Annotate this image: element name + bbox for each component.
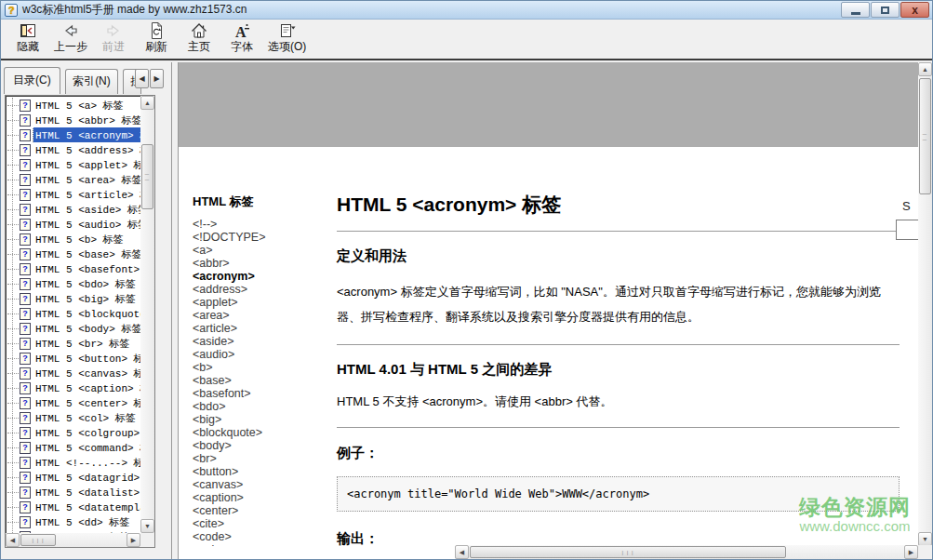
tree-horizontal-scrollbar[interactable]: ◀ | | | ▶ [6, 533, 140, 547]
content-hscroll-thumb[interactable]: | | | [470, 546, 786, 558]
clipped-search-input[interactable] [896, 220, 918, 240]
content-nav-link[interactable]: <a> [193, 244, 332, 257]
tab-scroll-right-button[interactable]: ▶ [150, 69, 164, 88]
content-nav-link[interactable]: <audio> [193, 348, 332, 361]
content-vscroll-thumb[interactable]: ── [919, 78, 931, 194]
toolbar-button-refresh[interactable]: 刷新 [135, 21, 178, 54]
content-nav-link[interactable]: <abbr> [193, 257, 332, 270]
content-horizontal-scrollbar[interactable]: ◀ | | | ▶ [455, 545, 918, 559]
tree-item[interactable]: ?HTML 5 <datatemplate> 标签 [6, 500, 140, 514]
tree-item[interactable]: ?HTML 5 <acronym> 标签 [6, 127, 140, 142]
tree-item[interactable]: ?HTML 5 <aside> 标签 [6, 202, 140, 217]
content-nav-link[interactable]: <address> [193, 283, 332, 296]
tree-item[interactable]: ?HTML 5 <dd> 标签 [6, 514, 140, 529]
content-nav-link[interactable]: <col> [193, 543, 332, 546]
close-button[interactable]: x [900, 2, 929, 18]
scroll-up-icon[interactable]: ▲ [918, 62, 932, 76]
content-nav-link[interactable]: <applet> [193, 296, 332, 309]
tree-connector [7, 165, 19, 166]
toolbar-button-font[interactable]: A字体 [220, 21, 263, 54]
content-nav-link[interactable]: <button> [193, 465, 332, 478]
toolbar-button-hide[interactable]: 隐藏 [7, 21, 49, 54]
tree-item[interactable]: ?HTML 5 <col> 标签 [6, 410, 140, 425]
content-nav-link[interactable]: <area> [193, 309, 332, 322]
pane-splitter[interactable] [167, 62, 178, 559]
tab-index[interactable]: 索引(N) [65, 69, 118, 94]
minimize-button[interactable] [841, 2, 870, 18]
tree-item[interactable]: ?HTML 5 <a> 标签 [6, 98, 140, 113]
tree-item[interactable]: ?HTML 5 <address> 标签 [6, 142, 140, 157]
tree-item[interactable]: ?HTML 5 <center> 标签 [6, 395, 140, 410]
content-nav-link[interactable]: <cite> [193, 517, 332, 530]
tab-scroll-left-button[interactable]: ◀ [135, 69, 149, 88]
tab-contents[interactable]: 目录(C) [4, 67, 60, 94]
content-nav-link[interactable]: <base> [193, 374, 332, 387]
scroll-up-icon[interactable]: ▲ [140, 96, 154, 110]
tree-vertical-scrollbar[interactable]: ▲ ── ▼ [140, 96, 154, 533]
content-nav-link[interactable]: <b> [193, 361, 332, 374]
tree-connector [7, 358, 19, 359]
tree-item[interactable]: ?HTML <!--...--> 标签 [6, 455, 140, 470]
maximize-button[interactable] [871, 2, 900, 18]
content-nav-link[interactable]: <!DOCTYPE> [193, 231, 332, 244]
content-nav-link[interactable]: <basefont> [193, 387, 332, 400]
scroll-down-icon[interactable]: ▼ [918, 532, 932, 546]
content-nav-link[interactable]: <caption> [193, 491, 332, 504]
tree-item[interactable]: ?HTML 5 <area> 标签 [6, 172, 140, 187]
tree-item[interactable]: ?HTML 5 <bdo> 标签 [6, 276, 140, 291]
help-page-icon: ? [20, 144, 31, 156]
content-nav-link[interactable]: <blockquote> [193, 426, 332, 439]
tree-item[interactable]: ?HTML 5 <abbr> 标签 [6, 113, 140, 127]
tree-item[interactable]: ?HTML 5 <command> 标签 [6, 440, 140, 455]
tree-item[interactable]: ?HTML 5 <b> 标签 [6, 232, 140, 247]
scroll-left-icon[interactable]: ◀ [6, 533, 20, 547]
contents-tree: ?HTML 5 <a> 标签?HTML 5 <abbr> 标签?HTML 5 <… [5, 95, 155, 548]
tree-item[interactable]: ?HTML 5 <canvas> 标签 [6, 366, 140, 380]
tree-item[interactable]: ?HTML 5 <datalist> 标签 [6, 485, 140, 500]
content-vertical-scrollbar[interactable]: ▲ ── ▼ [918, 62, 932, 546]
help-page-icon: ? [20, 129, 31, 141]
tree-item[interactable]: ?HTML 5 <blockquote> 标签 [6, 306, 140, 321]
tree-item[interactable]: ?HTML 5 <article> 标签 [6, 187, 140, 202]
tree-item[interactable]: ?HTML 5 <audio> 标签 [6, 217, 140, 232]
tree-item-label: HTML 5 <command> 标签 [33, 440, 140, 455]
content-nav-link[interactable]: <body> [193, 439, 332, 452]
tree-item[interactable]: ?HTML 5 <caption> 标签 [6, 380, 140, 395]
tree-item[interactable]: ?HTML 5 <base> 标签 [6, 247, 140, 261]
toolbar-button-back[interactable]: 上一步 [49, 21, 92, 54]
tree-connector [7, 180, 19, 180]
tree-item-label: HTML 5 <a> 标签 [33, 98, 126, 113]
content-nav-link[interactable]: <acronym> [193, 270, 332, 283]
definition-heading: 定义和用法 [337, 247, 900, 265]
tree-item[interactable]: ?HTML 5 <br> 标签 [6, 336, 140, 351]
tree-item[interactable]: ?HTML 5 <colgroup> 标签 [6, 425, 140, 440]
tree-item[interactable]: ?HTML 5 <datagrid> 标签 [6, 470, 140, 485]
tree-item[interactable]: ?HTML 5 <body> 标签 [6, 321, 140, 336]
content-nav-link[interactable]: <center> [193, 504, 332, 517]
content-nav-link[interactable]: <article> [193, 322, 332, 335]
content-nav-link[interactable]: <aside> [193, 335, 332, 348]
tree-item[interactable]: ?HTML 5 <button> 标签 [6, 351, 140, 366]
scroll-down-icon[interactable]: ▼ [140, 519, 154, 533]
content-nav-link[interactable]: <canvas> [193, 478, 332, 491]
scroll-right-icon[interactable]: ▶ [904, 545, 918, 559]
maximize-icon [881, 7, 889, 14]
titlebar[interactable]: ? w3c标准html5手册 made by www.zhz1573.cn x [1, 1, 932, 20]
toolbar-button-options[interactable]: 选项(O) [263, 21, 311, 54]
content-nav-link[interactable]: <big> [193, 413, 332, 426]
tree-connector [7, 150, 19, 151]
content-nav-link[interactable]: <br> [193, 452, 332, 465]
tree-item[interactable]: ?HTML 5 <basefont> 标签 [6, 261, 140, 276]
tree-hscroll-thumb[interactable]: | | | [20, 534, 56, 546]
tree-vscroll-thumb[interactable]: ── [141, 144, 153, 209]
tree-item-label: HTML 5 <abbr> 标签 [33, 113, 140, 127]
content-nav-link[interactable]: <!--> [193, 218, 332, 231]
content-nav-link[interactable]: <code> [193, 530, 332, 543]
toolbar-button-home[interactable]: 主页 [178, 21, 220, 54]
scroll-left-icon[interactable]: ◀ [455, 545, 469, 559]
tree-item[interactable]: ?HTML 5 <applet> 标签 [6, 157, 140, 172]
tree-connector [7, 418, 19, 419]
scroll-right-icon[interactable]: ▶ [127, 533, 140, 547]
tree-item[interactable]: ?HTML 5 <big> 标签 [6, 291, 140, 306]
content-nav-link[interactable]: <bdo> [193, 400, 332, 413]
